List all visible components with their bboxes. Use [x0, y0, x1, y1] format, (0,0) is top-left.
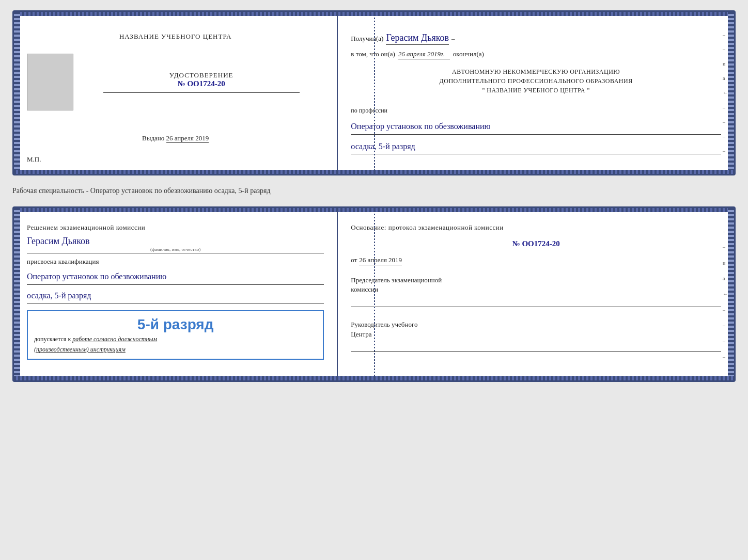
- bottom-certificate: Решением экзаменационной комиссии Гераси…: [12, 206, 736, 382]
- top-cert-right: Получил(а) Герасим Дьяков – в том, что о…: [338, 12, 734, 174]
- right-spine-decoration: [728, 12, 734, 174]
- po-professii-label: по профессии: [351, 107, 721, 115]
- org-name-top: НАЗВАНИЕ УЧЕБНОГО ЦЕНТРА: [119, 33, 231, 41]
- predsedatel-title: Председатель экзаменационной комиссии: [351, 276, 721, 294]
- vydano-date: 26 апреля 2019: [166, 134, 209, 143]
- udostoverenie-title: УДОСТОВЕРЕНИЕ: [169, 71, 233, 79]
- ot-date-value: 26 апреля 2019: [359, 256, 402, 265]
- exam-qual-line1: Оператор установок по обезвоживанию: [27, 270, 324, 285]
- exam-fio-hint: (фамилия, имя, отчество): [27, 247, 324, 252]
- rukovoditel-block: Руководитель учебного Центра: [351, 320, 721, 351]
- osnovaniye-title: Основание: протокол экзаменационной коми…: [351, 223, 721, 232]
- prisvoyena-text: присвоена квалификация: [27, 258, 324, 266]
- top-cert-left: НАЗВАНИЕ УЧЕБНОГО ЦЕНТРА УДОСТОВЕРЕНИЕ №…: [14, 12, 338, 174]
- exam-recipient-name: Герасим Дьяков (фамилия, имя, отчество): [27, 236, 324, 253]
- separator-label: Рабочая специальность - Оператор установ…: [12, 184, 736, 198]
- instruktsii-text: (производственным) инструкциям: [34, 346, 317, 354]
- exam-qual-line2: осадка, 5-й разряд: [27, 289, 324, 304]
- profession-line2: осадка, 5-й разряд: [351, 140, 721, 155]
- ot-label: от: [351, 256, 357, 264]
- rukovoditel-title: Руководитель учебного Центра: [351, 320, 721, 339]
- okonchill-label: окончил(а): [453, 50, 484, 58]
- predsedatel-signature-line: [351, 297, 721, 307]
- exam-right-side-dashes: – – и а ← – – – –: [723, 223, 727, 365]
- cert-date: 26 апреля 2019г.: [398, 50, 450, 59]
- page-container: НАЗВАНИЕ УЧЕБНОГО ЦЕНТРА УДОСТОВЕРЕНИЕ №…: [12, 10, 736, 382]
- rabota-text: работе согласно должностным: [72, 335, 157, 343]
- top-certificate: НАЗВАНИЕ УЧЕБНОГО ЦЕНТРА УДОСТОВЕРЕНИЕ №…: [12, 10, 736, 175]
- vtom-line: в том, что он(а) 26 апреля 2019г. окончи…: [351, 50, 721, 59]
- resheniem-title: Решением экзаменационной комиссии: [27, 223, 324, 232]
- right-side-dashes: – – и а ← – – – –: [723, 27, 727, 158]
- center-divider: [374, 14, 375, 171]
- exam-right-spine: [728, 208, 734, 380]
- org-line2: ДОПОЛНИТЕЛЬНОГО ПРОФЕССИОНАЛЬНОГО ОБРАЗО…: [351, 76, 721, 86]
- photo-placeholder: [27, 54, 73, 110]
- dash-top: –: [451, 35, 455, 43]
- udostoverenie-block: УДОСТОВЕРЕНИЕ № OO1724-20: [79, 54, 324, 110]
- mp-label: М.П.: [27, 155, 41, 164]
- protocol-num: № OO1724-20: [351, 239, 721, 248]
- rank-badge: 5-й разряд допускается к работе согласно…: [27, 310, 324, 360]
- recipient-line: Получил(а) Герасим Дьяков –: [351, 33, 721, 45]
- exam-center-divider: [374, 211, 375, 378]
- poluchil-label: Получил(а): [351, 35, 383, 43]
- rukovoditel-signature-line: [351, 342, 721, 352]
- org-line1: АВТОНОМНУЮ НЕКОММЕРЧЕСКУЮ ОРГАНИЗАЦИЮ: [351, 67, 721, 76]
- profession-line1: Оператор установок по обезвоживанию: [351, 120, 721, 135]
- predsedatel-block: Председатель экзаменационной комиссии: [351, 276, 721, 307]
- recipient-name: Герасим Дьяков: [386, 33, 449, 45]
- dopuskaetsya-text: допускается к работе согласно должностны…: [34, 335, 317, 343]
- exam-right: Основание: протокол экзаменационной коми…: [338, 208, 734, 380]
- exam-left: Решением экзаменационной комиссии Гераси…: [14, 208, 338, 380]
- rank-number: 5-й разряд: [34, 316, 317, 333]
- ot-date-line: от 26 апреля 2019: [351, 256, 721, 265]
- vydano-line: Выдано 26 апреля 2019: [142, 134, 209, 153]
- org-block: АВТОНОМНУЮ НЕКОММЕРЧЕСКУЮ ОРГАНИЗАЦИЮ ДО…: [351, 67, 721, 95]
- org-line3: " НАЗВАНИЕ УЧЕБНОГО ЦЕНТРА ": [351, 86, 721, 95]
- udostoverenie-num: № OO1724-20: [178, 79, 225, 88]
- vydano-label: Выдано: [142, 134, 164, 142]
- vtom-label: в том, что он(а): [351, 50, 395, 58]
